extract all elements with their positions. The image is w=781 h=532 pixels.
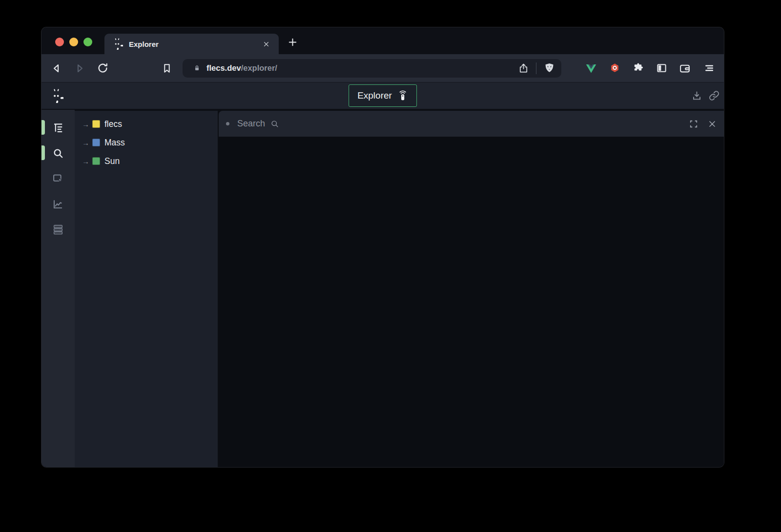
- divider: [536, 62, 536, 74]
- extensions-puzzle-icon: [632, 62, 644, 74]
- search-panel-header[interactable]: Search: [219, 111, 724, 137]
- bookmark-button[interactable]: [160, 61, 174, 75]
- flecs-favicon-icon: [111, 38, 123, 50]
- lock-icon: [192, 63, 202, 73]
- browser-toolbar: flecs.dev/explorer/: [41, 54, 724, 82]
- share-button[interactable]: [518, 62, 529, 74]
- sidebar-chart-button[interactable]: [52, 198, 64, 210]
- hexagon-extension-button[interactable]: [608, 62, 621, 75]
- tree-item-sun[interactable]: → Sun: [75, 152, 218, 170]
- close-icon: [707, 119, 717, 129]
- new-tab-icon: [287, 37, 298, 48]
- reload-button[interactable]: [96, 61, 109, 75]
- sidebar-search-button[interactable]: [52, 147, 64, 160]
- tree-item-label: Mass: [104, 138, 125, 148]
- back-icon: [50, 62, 63, 75]
- fullscreen-icon: [688, 119, 699, 129]
- menu-icon: [702, 62, 715, 74]
- expander-icon[interactable]: →: [82, 139, 92, 147]
- entity-color-swatch: [92, 139, 100, 146]
- tree-active-indicator: [41, 120, 45, 135]
- traffic-lights: [55, 38, 92, 46]
- extensions-button[interactable]: [632, 62, 644, 75]
- remote-icon: [397, 90, 408, 101]
- entity-color-swatch: [92, 120, 100, 128]
- close-panel-button[interactable]: [706, 118, 718, 130]
- sidebar-toggle-button[interactable]: [655, 62, 668, 75]
- app-sidebar: [41, 110, 75, 467]
- tab-title: Explorer: [129, 40, 159, 48]
- vue-devtools-icon: [585, 62, 597, 75]
- app-header: Explorer: [41, 82, 724, 109]
- app-body: → flecs → Mass → Sun Search: [41, 110, 724, 467]
- expander-icon[interactable]: →: [82, 120, 92, 128]
- flecs-logo-icon: [49, 89, 63, 103]
- address-bar[interactable]: flecs.dev/explorer/: [183, 59, 561, 78]
- expander-icon[interactable]: →: [82, 157, 92, 165]
- browser-menu-button[interactable]: [702, 62, 715, 75]
- share-icon: [518, 62, 529, 74]
- tree-item-flecs[interactable]: → flecs: [75, 115, 218, 133]
- magnifier-icon: [270, 119, 280, 129]
- back-button[interactable]: [50, 61, 63, 75]
- tree-item-label: flecs: [104, 119, 122, 129]
- app-title-button[interactable]: Explorer: [349, 84, 417, 107]
- vue-devtools-extension-button[interactable]: [585, 62, 597, 75]
- sidebar-tree-button[interactable]: [52, 122, 64, 134]
- status-dot: [226, 122, 229, 125]
- entity-color-swatch: [92, 157, 100, 165]
- wallet-icon: [678, 62, 691, 75]
- url-path: /explorer/: [241, 63, 277, 73]
- reload-icon: [97, 62, 109, 74]
- tree-icon: [52, 122, 64, 134]
- hexagon-extension-icon: [609, 62, 621, 74]
- tree-panel: → flecs → Mass → Sun: [75, 111, 218, 467]
- sidebar-inspector-button[interactable]: [52, 172, 64, 185]
- close-window-button[interactable]: [55, 38, 64, 46]
- tree-item-mass[interactable]: → Mass: [75, 133, 218, 152]
- download-icon: [691, 90, 702, 102]
- search-results-area[interactable]: [219, 137, 724, 467]
- search-panel: Search: [219, 111, 724, 467]
- tab-close-icon[interactable]: [260, 38, 272, 50]
- browser-window: Explorer: [41, 27, 724, 468]
- sidebar-toggle-icon: [656, 62, 668, 74]
- wallet-button[interactable]: [678, 62, 691, 75]
- fullscreen-button[interactable]: [688, 118, 699, 130]
- bookmark-icon: [161, 62, 173, 74]
- minimize-window-button[interactable]: [69, 38, 78, 46]
- sidebar-stats-button[interactable]: [52, 223, 64, 236]
- download-button[interactable]: [691, 90, 702, 102]
- brave-shield-button[interactable]: [543, 62, 555, 74]
- search-icon: [52, 147, 64, 160]
- forward-button[interactable]: [73, 61, 86, 75]
- brave-shield-icon: [543, 62, 555, 74]
- app-title: Explorer: [357, 90, 392, 101]
- forward-icon: [73, 62, 86, 75]
- inspector-icon: [52, 172, 64, 185]
- search-active-indicator: [41, 145, 45, 160]
- share-link-button[interactable]: [708, 90, 720, 102]
- chart-icon: [52, 198, 64, 210]
- url-host: flecs.dev: [206, 63, 241, 73]
- link-icon: [708, 90, 720, 102]
- browser-tab-bar: Explorer: [41, 27, 724, 54]
- zoom-window-button[interactable]: [83, 38, 92, 46]
- stats-icon: [52, 223, 64, 236]
- search-panel-title: Search: [237, 119, 265, 129]
- tree-item-label: Sun: [104, 156, 120, 166]
- new-tab-button[interactable]: [285, 34, 300, 50]
- tab-explorer[interactable]: Explorer: [104, 34, 279, 54]
